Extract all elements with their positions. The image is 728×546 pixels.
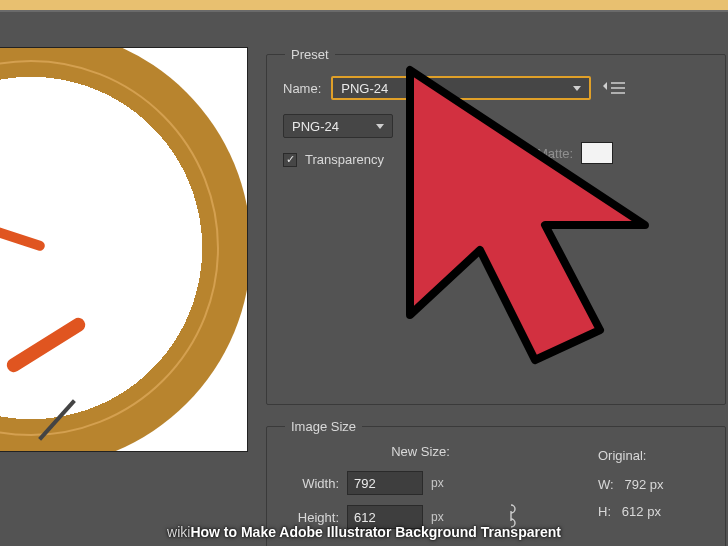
settings-panel: Preset Name: PNG-24 <box>266 47 726 546</box>
format-row: PNG-24 <box>283 114 709 138</box>
preset-name-label: Name: <box>283 81 321 96</box>
transparency-row: ✓ Transparency <box>283 152 709 167</box>
preset-options-button[interactable] <box>601 77 627 99</box>
format-dropdown[interactable]: PNG-24 <box>283 114 393 138</box>
width-unit: px <box>431 476 444 490</box>
image-size-legend: Image Size <box>285 419 362 434</box>
width-row: Width: px <box>283 471 558 495</box>
height-label: Height: <box>283 510 339 525</box>
preset-legend: Preset <box>285 47 335 62</box>
artwork-preview <box>0 47 248 452</box>
original-label: Original: <box>598 448 709 463</box>
original-width-value: 792 px <box>625 477 664 492</box>
matte-row: Matte: <box>537 142 613 164</box>
preset-group: Preset Name: PNG-24 <box>266 47 726 405</box>
height-unit: px <box>431 510 444 524</box>
original-height-row: H: 612 px <box>598 504 709 519</box>
watermark: wikiHow to Make Adobe Illustrator Backgr… <box>0 524 728 540</box>
matte-label: Matte: <box>537 146 573 161</box>
matte-swatch[interactable] <box>581 142 613 164</box>
watermark-how: How <box>190 524 220 540</box>
preset-name-dropdown[interactable]: PNG-24 <box>331 76 591 100</box>
original-height-label: H: <box>598 504 611 519</box>
transparency-label: Transparency <box>305 152 384 167</box>
format-value: PNG-24 <box>292 119 339 134</box>
original-height-value: 612 px <box>622 504 661 519</box>
width-input[interactable] <box>347 471 423 495</box>
preset-name-row: Name: PNG-24 <box>283 76 709 100</box>
watermark-rest: to Make Adobe Illustrator Background Tra… <box>220 524 561 540</box>
width-label: Width: <box>283 476 339 491</box>
original-width-label: W: <box>598 477 614 492</box>
new-size-label: New Size: <box>283 444 558 459</box>
chevron-down-icon <box>573 86 581 91</box>
preset-options-icon <box>603 80 625 96</box>
chevron-down-icon <box>376 124 384 129</box>
dialog-window: Preset Name: PNG-24 <box>0 10 728 546</box>
transparency-checkbox[interactable]: ✓ <box>283 153 297 167</box>
original-width-row: W: 792 px <box>598 477 709 492</box>
watermark-wiki: wiki <box>167 524 190 540</box>
preset-name-value: PNG-24 <box>341 81 388 96</box>
